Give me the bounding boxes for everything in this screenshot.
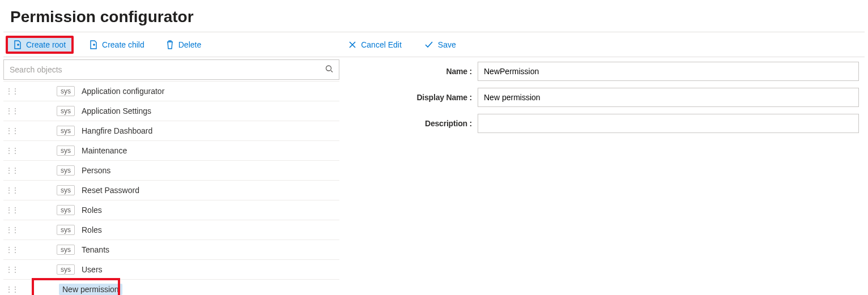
save-label: Save [438,40,456,49]
tree-item-label: Application configurator [82,87,164,96]
create-child-label: Create child [102,40,144,49]
drag-handle-icon[interactable]: ⋮⋮ [6,186,18,194]
delete-button[interactable]: Delete [160,37,207,53]
search-field[interactable] [3,59,339,80]
tree-item-label: Application Settings [82,106,151,116]
tree-row[interactable]: ⋮⋮sysPersons [3,161,339,181]
create-child-button[interactable]: Create child [84,37,150,53]
name-input[interactable] [478,62,859,81]
permissions-tree: ⋮⋮sysApplication configurator⋮⋮sysApplic… [3,81,339,295]
drag-handle-icon[interactable]: ⋮⋮ [6,266,18,273]
create-root-label: Create root [26,40,66,49]
sys-badge: sys [57,165,75,176]
drag-handle-icon[interactable]: ⋮⋮ [6,285,18,293]
trash-icon [166,40,174,49]
sys-badge: sys [57,185,75,195]
drag-handle-icon[interactable]: ⋮⋮ [6,206,18,214]
tree-row[interactable]: ⋮⋮New permission [3,280,339,295]
tree-item-label: New permission [59,284,122,295]
create-root-button[interactable]: Create root [6,36,74,54]
sys-badge: sys [57,126,75,136]
description-label: Description [339,119,478,128]
tree-row[interactable]: ⋮⋮sysTenants [3,240,339,260]
drag-handle-icon[interactable]: ⋮⋮ [6,246,18,254]
tree-item-label: Users [82,265,103,274]
tree-item-label: Roles [82,206,102,215]
display-name-input[interactable] [478,88,859,107]
search-icon [325,65,333,75]
description-input[interactable] [478,114,859,133]
tree-item-label: Roles [82,225,102,234]
cancel-edit-button[interactable]: Cancel Edit [343,37,407,53]
close-icon [348,41,356,49]
drag-handle-icon[interactable]: ⋮⋮ [6,166,18,174]
sys-badge: sys [57,225,75,235]
tree-item-label: Hangfire Dashboard [82,126,152,135]
sys-badge: sys [57,146,75,156]
sys-badge: sys [57,205,75,215]
search-input[interactable] [10,65,318,74]
drag-handle-icon[interactable]: ⋮⋮ [6,107,18,115]
tree-item-label: Reset Password [82,186,139,195]
drag-handle-icon[interactable]: ⋮⋮ [6,127,18,135]
tree-row[interactable]: ⋮⋮sysUsers [3,260,339,280]
tree-row[interactable]: ⋮⋮sysHangfire Dashboard [3,121,339,141]
tree-row[interactable]: ⋮⋮sysMaintenance [3,141,339,161]
drag-handle-icon[interactable]: ⋮⋮ [6,226,18,234]
tree-item-label: Tenants [82,245,109,254]
tree-row[interactable]: ⋮⋮sysApplication Settings [3,101,339,121]
sys-badge: sys [57,86,75,96]
svg-point-0 [326,66,331,71]
check-icon [424,41,433,49]
tree-row[interactable]: ⋮⋮sysApplication configurator [3,82,339,101]
display-name-label: Display Name [339,93,478,102]
sys-badge: sys [57,264,75,275]
drag-handle-icon[interactable]: ⋮⋮ [6,87,18,95]
tree-row[interactable]: ⋮⋮sysReset Password [3,181,339,200]
delete-label: Delete [178,40,201,49]
name-label: Name [339,67,478,76]
tree-row[interactable]: ⋮⋮sysRoles [3,200,339,220]
add-doc-icon [90,40,97,49]
drag-handle-icon[interactable]: ⋮⋮ [6,147,18,155]
cancel-edit-label: Cancel Edit [361,40,402,49]
save-button[interactable]: Save [419,37,462,53]
tree-row[interactable]: ⋮⋮sysRoles [3,220,339,240]
sys-badge: sys [57,245,75,255]
page-title: Permission configurator [0,0,868,32]
add-doc-icon [14,40,22,49]
sys-badge: sys [57,106,75,116]
toolbar: Create root Create child Delete Cancel E… [3,32,865,57]
tree-item-label: Persons [82,166,110,175]
tree-item-label: Maintenance [82,146,127,155]
